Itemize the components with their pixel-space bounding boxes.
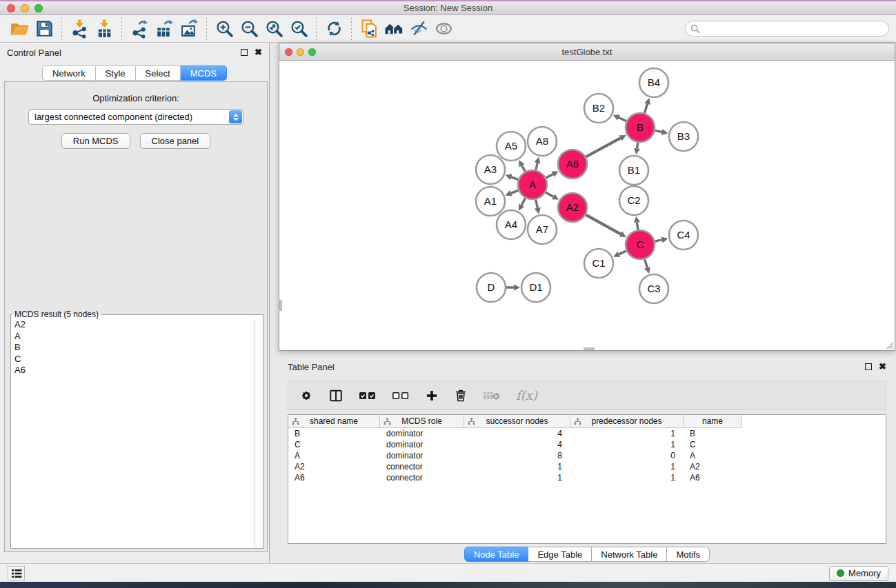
mcds-result-item[interactable]: A	[11, 331, 254, 343]
cell-shared-name[interactable]: A6	[288, 473, 380, 483]
edge-A2-C[interactable]	[586, 215, 621, 234]
table-row[interactable]: Bdominator41B	[288, 428, 886, 439]
edge-A-A4[interactable]	[521, 198, 526, 205]
zoom-out-icon[interactable]	[237, 17, 261, 41]
cell-name[interactable]: A2	[684, 462, 742, 472]
column-header-name[interactable]: name	[684, 415, 742, 428]
edge-A-A1[interactable]	[511, 190, 519, 193]
column-header-predecessor-nodes[interactable]: predecessor nodes	[570, 415, 684, 428]
tab-select[interactable]: Select	[136, 65, 181, 81]
cell-MCDS-role[interactable]: dominator	[380, 429, 464, 438]
cell-MCDS-role[interactable]: connector	[380, 462, 464, 472]
tab-network-table[interactable]: Network Table	[592, 547, 667, 562]
mcds-result-item[interactable]: B	[11, 342, 254, 354]
cell-name[interactable]: A6	[684, 473, 742, 483]
mcds-result-item[interactable]: C	[11, 354, 254, 365]
column-header-successor-nodes[interactable]: successor nodes	[464, 415, 570, 428]
edge-B-B4[interactable]	[645, 104, 648, 113]
hide-graphics-details-icon[interactable]	[406, 17, 431, 41]
import-table-icon[interactable]	[92, 17, 117, 41]
resize-grip-icon[interactable]	[885, 341, 894, 349]
tab-node-table[interactable]: Node Table	[464, 547, 529, 562]
zoom-fit-icon[interactable]	[261, 17, 286, 41]
edge-A-A3[interactable]	[511, 177, 518, 180]
select-all-columns-icon[interactable]	[359, 390, 377, 401]
mcds-list-scrollbar[interactable]	[254, 319, 263, 548]
zoom-selected-icon[interactable]	[286, 17, 311, 41]
cell-successor-nodes[interactable]: 8	[464, 451, 570, 460]
column-header-MCDS-role[interactable]: MCDS role	[380, 415, 464, 428]
table-row[interactable]: Adominator80A	[288, 450, 886, 461]
close-panel-icon[interactable]: ✖	[879, 363, 886, 370]
cell-successor-nodes[interactable]: 1	[464, 473, 570, 483]
cell-MCDS-role[interactable]: connector	[380, 473, 464, 483]
criterion-select[interactable]: largest connected component (directed)	[28, 109, 243, 125]
show-column-panel-icon[interactable]	[328, 388, 344, 403]
delete-rows-icon[interactable]	[454, 389, 468, 403]
edge-B-B2[interactable]	[619, 118, 626, 121]
edge-A6-B[interactable]	[586, 138, 621, 156]
edge-C-C1[interactable]	[619, 251, 626, 254]
mcds-result-list[interactable]: A2ABCA6	[11, 319, 254, 548]
edge-C-C4[interactable]	[655, 240, 662, 241]
network-from-file-icon[interactable]	[357, 17, 381, 41]
open-session-icon[interactable]	[7, 17, 32, 41]
refresh-layout-icon[interactable]	[321, 17, 346, 41]
edge-A-A2[interactable]	[546, 192, 553, 196]
task-history-button[interactable]	[8, 566, 25, 580]
table-options-gear-icon[interactable]	[299, 389, 313, 403]
cell-predecessor-nodes[interactable]: 1	[570, 462, 684, 472]
cell-shared-name[interactable]: C	[288, 440, 380, 449]
cell-name[interactable]: C	[684, 440, 742, 449]
cell-name[interactable]: B	[684, 429, 742, 438]
tab-network[interactable]: Network	[42, 65, 96, 81]
table-row[interactable]: A6connector11A6	[288, 472, 886, 483]
table-row[interactable]: Cdominator41C	[288, 439, 886, 450]
edge-A-A8[interactable]	[536, 163, 537, 170]
close-panel-icon[interactable]: ✖	[255, 49, 262, 56]
cell-MCDS-role[interactable]: dominator	[380, 451, 464, 460]
tab-edge-table[interactable]: Edge Table	[528, 547, 592, 562]
cell-successor-nodes[interactable]: 4	[464, 440, 570, 449]
save-session-icon[interactable]	[32, 17, 57, 41]
tab-motifs[interactable]: Motifs	[667, 547, 710, 562]
edge-C-C3[interactable]	[645, 259, 648, 268]
zoom-in-icon[interactable]	[212, 17, 237, 41]
cell-shared-name[interactable]: B	[288, 429, 380, 438]
cell-shared-name[interactable]: A	[288, 451, 380, 460]
cell-name[interactable]: A	[684, 451, 742, 460]
close-panel-button[interactable]: Close panel	[140, 133, 211, 149]
cell-predecessor-nodes[interactable]: 1	[570, 429, 684, 438]
export-table-icon[interactable]	[152, 17, 177, 41]
import-network-icon[interactable]	[67, 17, 92, 41]
mcds-result-item[interactable]: A6	[11, 365, 254, 376]
destroy-table-icon[interactable]	[483, 389, 501, 402]
edge-C-C2[interactable]	[637, 223, 638, 230]
run-mcds-button[interactable]: Run MCDS	[61, 133, 130, 149]
apply-function-icon[interactable]: f(x)	[516, 388, 537, 403]
mcds-result-item[interactable]: A2	[11, 319, 254, 331]
float-panel-icon[interactable]	[241, 49, 248, 56]
column-header-shared-name[interactable]: shared name	[288, 415, 380, 428]
edge-A-A5[interactable]	[522, 165, 526, 172]
vertical-scroll-thumb[interactable]	[279, 300, 282, 311]
search-input[interactable]	[685, 21, 889, 37]
memory-button[interactable]: Memory	[829, 566, 888, 581]
cell-successor-nodes[interactable]: 4	[464, 429, 570, 438]
network-canvas[interactable]: B4B2BB3A8A5A6A3B1AC2A1A2A4A7C4CC1DD1C3	[279, 61, 895, 350]
horizontal-scroll-thumb[interactable]	[584, 347, 595, 350]
table-row[interactable]: A2connector11A2	[288, 461, 886, 472]
float-panel-icon[interactable]	[865, 363, 872, 370]
edge-B-B1[interactable]	[637, 143, 638, 149]
birdseye-view-icon[interactable]	[381, 17, 406, 41]
cell-shared-name[interactable]: A2	[288, 462, 380, 472]
edge-A-A6[interactable]	[546, 174, 553, 178]
export-image-icon[interactable]	[177, 17, 201, 41]
cell-MCDS-role[interactable]: dominator	[380, 440, 464, 449]
export-network-icon[interactable]	[127, 17, 152, 41]
cell-predecessor-nodes[interactable]: 0	[570, 451, 684, 460]
cell-predecessor-nodes[interactable]: 1	[570, 473, 684, 483]
cell-successor-nodes[interactable]: 1	[464, 462, 570, 472]
tab-mcds[interactable]: MCDS	[181, 65, 227, 81]
edge-B-B3[interactable]	[655, 130, 662, 132]
